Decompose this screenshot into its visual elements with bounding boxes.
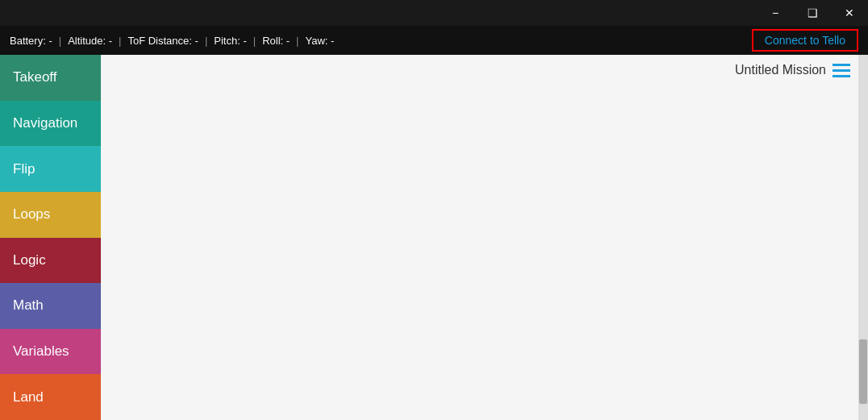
sidebar-item-navigation[interactable]: Navigation — [0, 101, 101, 147]
main-layout: TakeoffNavigationFlipLoopsLogicMathVaria… — [0, 55, 868, 420]
close-button[interactable]: ✕ — [831, 0, 868, 26]
hamburger-line-2 — [833, 69, 850, 72]
altitude-status: Altitude: - — [68, 35, 112, 47]
restore-button[interactable]: ❑ — [794, 0, 831, 26]
sep1: | — [59, 35, 61, 47]
content-scroll: Untitled Mission — [101, 55, 868, 420]
battery-status: Battery: - — [10, 35, 52, 47]
hamburger-line-1 — [833, 64, 850, 66]
sidebar: TakeoffNavigationFlipLoopsLogicMathVaria… — [0, 55, 101, 420]
sep4: | — [253, 35, 256, 47]
sep2: | — [119, 35, 121, 47]
title-bar: − ❑ ✕ — [0, 0, 868, 26]
pitch-status: Pitch: - — [214, 35, 246, 47]
content-area: Untitled Mission — [101, 55, 858, 420]
scrollbar-thumb[interactable] — [859, 339, 867, 404]
connect-button[interactable]: Connect to Tello — [752, 29, 858, 52]
sidebar-item-variables[interactable]: Variables — [0, 329, 101, 375]
hamburger-line-3 — [833, 75, 850, 77]
roll-status: Roll: - — [262, 35, 290, 47]
hamburger-menu-button[interactable] — [833, 64, 850, 77]
sidebar-item-takeoff[interactable]: Takeoff — [0, 55, 101, 101]
sep5: | — [296, 35, 298, 47]
status-bar: Battery: - | Altitude: - | ToF Distance:… — [0, 26, 868, 55]
scrollbar[interactable] — [858, 55, 868, 420]
sidebar-item-land[interactable]: Land — [0, 374, 101, 420]
sidebar-item-logic[interactable]: Logic — [0, 238, 101, 284]
sidebar-item-flip[interactable]: Flip — [0, 146, 101, 192]
sidebar-item-math[interactable]: Math — [0, 283, 101, 329]
minimize-button[interactable]: − — [757, 0, 794, 26]
yaw-status: Yaw: - — [305, 35, 334, 47]
sep3: | — [205, 35, 207, 47]
mission-title: Untitled Mission — [735, 63, 826, 77]
sidebar-item-loops[interactable]: Loops — [0, 192, 101, 238]
tof-status: ToF Distance: - — [127, 35, 198, 47]
mission-header: Untitled Mission — [735, 63, 850, 77]
